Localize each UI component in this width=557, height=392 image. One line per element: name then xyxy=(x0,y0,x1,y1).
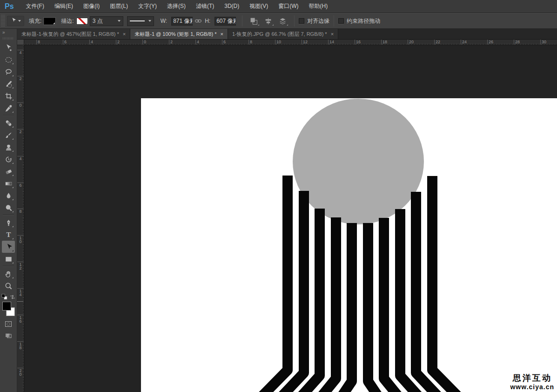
tool-options-bar: 填充: 描边: 3 点 W: 871 像素 H: 607 像素 对齐边缘 约束路… xyxy=(0,13,557,29)
tab-label: 未标题-1 @ 100% (矩形 1, RGB/8) * xyxy=(134,31,216,38)
menu-item-5[interactable]: 选择(S) xyxy=(162,0,191,13)
document-tab-1[interactable]: 未标题-1 @ 100% (矩形 1, RGB/8) *× xyxy=(130,29,228,39)
shape-circle xyxy=(293,99,424,224)
vruler-label: 4 xyxy=(17,156,24,161)
document-tab-0[interactable]: 未标题-1-恢复的 @ 457%(图层 1, RGB/8) *× xyxy=(17,29,130,39)
ruler-position-indicator xyxy=(17,301,24,302)
crop-tool[interactable] xyxy=(2,90,15,102)
toolbar-separator xyxy=(3,266,14,267)
menu-item-3[interactable]: 图层(L) xyxy=(105,0,133,13)
tab-close-icon[interactable]: × xyxy=(123,32,126,37)
clone-stamp-tool[interactable] xyxy=(2,141,15,153)
path-alignment-button[interactable] xyxy=(262,15,275,27)
document-tab-bar: 未标题-1-恢复的 @ 457%(图层 1, RGB/8) *×未标题-1 @ … xyxy=(17,29,557,40)
hand-tool[interactable] xyxy=(2,268,15,280)
quick-mask-mode-button[interactable] xyxy=(4,320,13,328)
vruler-label: 2 0 xyxy=(17,368,24,376)
menu-item-10[interactable]: 帮助(H) xyxy=(304,0,333,13)
screen-mode-button[interactable] xyxy=(4,332,13,339)
separator xyxy=(294,15,295,27)
tab-close-icon[interactable]: × xyxy=(220,32,223,37)
photoshop-window: { "app": { "logo_text": "Ps" }, "menu_ba… xyxy=(0,0,557,392)
align-edges-label: 对齐边缘 xyxy=(307,17,329,25)
fill-label: 填充: xyxy=(29,17,41,25)
hruler-label: 2 xyxy=(169,40,173,45)
shape-height-field[interactable]: 607 像素 xyxy=(215,17,236,26)
vruler-label: 1 8 xyxy=(17,341,24,350)
menu-item-6[interactable]: 滤镜(T) xyxy=(191,0,219,13)
hruler-label: 8 xyxy=(36,40,40,45)
healing-brush-tool[interactable] xyxy=(2,117,15,129)
elliptical-marquee-tool[interactable] xyxy=(2,54,15,66)
hruler-label: 4 xyxy=(89,40,93,45)
align-edges-checkbox[interactable] xyxy=(299,18,304,24)
menu-item-2[interactable]: 图像(I) xyxy=(78,0,105,13)
brush-tool[interactable] xyxy=(2,129,15,141)
fill-color-swatch[interactable] xyxy=(44,18,55,25)
hruler-label: 22 xyxy=(434,40,440,45)
document-tab-2[interactable]: 1-恢复的.JPG @ 66.7% (图层 7, RGB/8) *× xyxy=(228,29,338,39)
color-swatches xyxy=(1,302,16,316)
constrain-path-drag-option[interactable]: 约束路径拖动 xyxy=(338,17,380,25)
canvas-artwork xyxy=(141,98,557,392)
shape-width-field[interactable]: 871 像素 xyxy=(171,17,193,26)
gradient-tool[interactable] xyxy=(2,177,15,189)
menu-items: 文件(F)编辑(E)图像(I)图层(L)文字(Y)选择(S)滤镜(T)3D(D)… xyxy=(21,0,333,13)
tab-close-icon[interactable]: × xyxy=(331,32,334,37)
blur-tool[interactable] xyxy=(2,189,15,202)
shape-bar xyxy=(260,176,288,392)
hruler-label: 12 xyxy=(302,40,308,45)
eraser-tool[interactable] xyxy=(2,165,15,177)
eyedropper-tool[interactable] xyxy=(2,102,15,114)
toolbar-separator xyxy=(3,115,14,116)
collapse-panel-button[interactable]: » xyxy=(0,29,5,35)
link-dimensions-icon[interactable] xyxy=(195,17,202,25)
hruler-label: 0 xyxy=(142,40,146,45)
move-tool[interactable] xyxy=(2,41,15,54)
menu-item-1[interactable]: 编辑(E) xyxy=(49,0,78,13)
hruler-label: 2 xyxy=(116,40,120,45)
pen-tool[interactable] xyxy=(2,216,15,229)
path-operations-button[interactable] xyxy=(248,15,260,27)
separator xyxy=(242,15,242,27)
tool-preset-picker[interactable] xyxy=(7,16,24,26)
stroke-color-swatch[interactable] xyxy=(76,18,88,25)
document-canvas[interactable] xyxy=(141,98,557,392)
stroke-width-dropdown[interactable]: 3 点 xyxy=(90,16,123,26)
vertical-ruler[interactable]: 42024681 01 21 41 61 82 0 xyxy=(17,45,24,392)
horizontal-ruler[interactable]: 8642024681012141618202224262830 xyxy=(24,40,557,45)
path-selection-tool[interactable] xyxy=(2,241,15,253)
hruler-label: 24 xyxy=(461,40,467,45)
zoom-tool[interactable] xyxy=(2,280,15,292)
menu-item-4[interactable]: 文字(Y) xyxy=(133,0,162,13)
menu-item-0[interactable]: 文件(F) xyxy=(21,0,49,13)
constrain-path-drag-label: 约束路径拖动 xyxy=(347,17,380,25)
panel-grip[interactable] xyxy=(3,37,14,40)
swap-colors-icon[interactable] xyxy=(9,294,16,300)
hruler-label: 18 xyxy=(381,40,387,45)
foreground-color-swatch[interactable] xyxy=(2,302,11,311)
chevron-down-icon xyxy=(118,20,121,22)
width-label: W: xyxy=(161,18,167,24)
hruler-label: 30 xyxy=(540,40,546,45)
rectangle-tool[interactable] xyxy=(2,253,15,265)
menu-item-9[interactable]: 窗口(W) xyxy=(273,0,303,13)
type-tool[interactable]: T xyxy=(2,229,15,241)
ruler-corner[interactable] xyxy=(17,40,24,45)
menu-item-7[interactable]: 3D(D) xyxy=(219,0,244,13)
hruler-label: 20 xyxy=(408,40,414,45)
path-arrangement-button[interactable] xyxy=(276,15,289,27)
stroke-type-dropdown[interactable] xyxy=(127,16,154,26)
dodge-tool[interactable] xyxy=(2,202,15,214)
vruler-label: 8 xyxy=(17,209,24,213)
default-colors-icon[interactable] xyxy=(1,293,8,300)
history-brush-tool[interactable] xyxy=(2,153,15,165)
vruler-label: 1 2 xyxy=(17,262,24,270)
menu-item-8[interactable]: 视图(V) xyxy=(244,0,273,13)
constrain-path-drag-checkbox[interactable] xyxy=(338,18,344,24)
quick-selection-tool[interactable] xyxy=(2,78,15,90)
vruler-label: 1 6 xyxy=(17,315,24,323)
lasso-tool[interactable] xyxy=(2,66,15,78)
align-edges-option[interactable]: 对齐边缘 xyxy=(299,17,329,25)
options-bar-grip[interactable] xyxy=(1,15,5,27)
